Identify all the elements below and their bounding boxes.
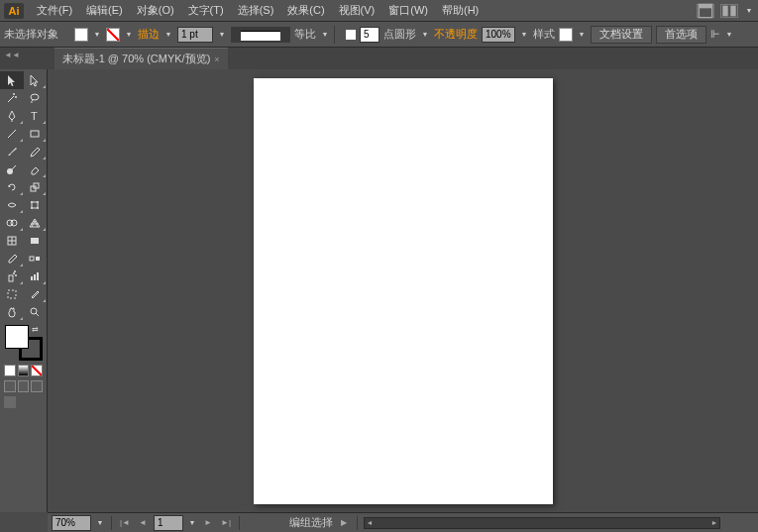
eraser-tool[interactable] (24, 160, 48, 178)
draw-behind-button[interactable] (18, 380, 30, 392)
zoom-input[interactable]: 70% (52, 515, 91, 531)
gradient-mode-button[interactable] (18, 365, 30, 376)
selection-status: 未选择对象 (4, 27, 58, 42)
artboard[interactable] (254, 78, 553, 504)
blob-brush-tool[interactable] (0, 160, 24, 178)
eyedropper-tool[interactable] (0, 250, 24, 267)
svg-rect-28 (31, 276, 33, 280)
toolbox: T (0, 69, 48, 512)
menu-effect[interactable]: 效果(C) (280, 1, 331, 20)
style-label: 样式 (533, 27, 555, 42)
prev-artboard-button[interactable]: ◄ (136, 516, 150, 530)
collapse-arrow-icon[interactable]: ◄◄ (4, 51, 20, 59)
magic-wand-tool[interactable] (0, 89, 24, 107)
canvas-area[interactable] (48, 69, 758, 512)
perspective-grid-tool[interactable] (24, 214, 48, 232)
paintbrush-tool[interactable] (0, 143, 24, 160)
artboard-dropdown-icon[interactable]: ▼ (187, 516, 197, 530)
menu-view[interactable]: 视图(V) (332, 1, 382, 20)
svg-rect-30 (37, 272, 39, 280)
lasso-tool[interactable] (24, 89, 48, 107)
menu-type[interactable]: 文字(T) (181, 1, 231, 20)
zoom-dropdown-icon[interactable]: ▼ (95, 516, 105, 530)
svg-rect-3 (730, 5, 735, 16)
style-swatch[interactable] (559, 28, 573, 42)
svg-point-4 (31, 94, 39, 100)
stroke-weight-input[interactable]: 1 pt (177, 27, 213, 43)
preferences-button[interactable]: 首选项 (656, 26, 706, 44)
menu-edit[interactable]: 编辑(E) (79, 1, 130, 20)
symbol-sprayer-tool[interactable] (0, 267, 24, 285)
last-artboard-button[interactable]: ►| (219, 516, 233, 530)
color-mode-button[interactable] (4, 365, 16, 376)
fill-stroke-indicator[interactable]: ⇄ (5, 325, 43, 361)
shape-builder-tool[interactable] (0, 214, 24, 232)
blend-tool[interactable] (24, 250, 48, 267)
rotate-tool[interactable] (0, 178, 24, 196)
type-tool[interactable]: T (24, 107, 48, 125)
first-artboard-button[interactable]: |◄ (118, 516, 132, 530)
free-transform-tool[interactable] (24, 196, 48, 214)
rectangle-tool[interactable] (24, 125, 48, 143)
tab-close-icon[interactable]: × (214, 54, 219, 64)
app-logo: Ai (4, 3, 24, 19)
draw-inside-button[interactable] (31, 380, 43, 392)
stroke-menu-icon[interactable]: ▼ (163, 28, 173, 42)
workspace-icon[interactable] (697, 4, 714, 18)
horizontal-scrollbar[interactable]: ◄ ► (364, 517, 720, 529)
menu-window[interactable]: 窗口(W) (381, 1, 435, 20)
style-dropdown-icon[interactable]: ▼ (577, 28, 587, 42)
layout-dropdown-icon[interactable]: ▼ (744, 4, 754, 18)
menu-object[interactable]: 对象(O) (130, 1, 181, 20)
stroke-dropdown-icon[interactable]: ▼ (124, 28, 134, 42)
scroll-left-icon[interactable]: ◄ (365, 518, 375, 528)
star-points-input[interactable]: 5 (360, 27, 379, 43)
weight-dropdown-icon[interactable]: ▼ (217, 28, 227, 42)
mesh-tool[interactable] (0, 232, 24, 250)
align-icon[interactable]: ⊩ (710, 28, 720, 41)
stroke-profile[interactable] (231, 27, 290, 43)
pen-tool[interactable] (0, 107, 24, 125)
stroke-label[interactable]: 描边 (138, 27, 160, 42)
scroll-right-icon[interactable]: ► (709, 518, 719, 528)
screen-mode-button[interactable] (4, 396, 16, 408)
svg-line-33 (36, 313, 39, 316)
none-mode-button[interactable] (31, 365, 43, 376)
menu-help[interactable]: 帮助(H) (435, 1, 486, 20)
artboard-number-input[interactable]: 1 (154, 515, 183, 531)
svg-rect-24 (9, 275, 13, 281)
opacity-dropdown-icon[interactable]: ▼ (519, 28, 529, 42)
direct-selection-tool[interactable] (24, 71, 48, 89)
stroke-swatch[interactable] (106, 28, 120, 42)
status-mode: 编组选择 (289, 515, 333, 530)
zoom-tool[interactable] (24, 303, 48, 321)
pencil-tool[interactable] (24, 143, 48, 160)
doc-setup-button[interactable]: 文档设置 (591, 26, 652, 44)
fill-box[interactable] (5, 325, 29, 349)
selection-tool[interactable] (0, 71, 24, 89)
document-tab[interactable]: 未标题-1 @ 70% (CMYK/预览) × (54, 48, 228, 69)
status-menu-icon[interactable]: ▶ (337, 516, 351, 530)
align-dropdown-icon[interactable]: ▼ (724, 28, 734, 42)
width-tool[interactable] (0, 196, 24, 214)
slice-tool[interactable] (24, 285, 48, 303)
opacity-label[interactable]: 不透明度 (434, 27, 478, 42)
opacity-input[interactable]: 100% (482, 27, 515, 43)
artboard-tool[interactable] (0, 285, 24, 303)
svg-rect-11 (32, 202, 38, 208)
fill-dropdown-icon[interactable]: ▼ (92, 28, 102, 42)
profile-dropdown-icon[interactable]: ▼ (320, 28, 330, 42)
layout-icon[interactable] (720, 4, 738, 18)
hand-tool[interactable] (0, 303, 24, 321)
next-artboard-button[interactable]: ► (201, 516, 215, 530)
scale-tool[interactable] (24, 178, 48, 196)
swap-fill-stroke-icon[interactable]: ⇄ (32, 325, 39, 334)
menu-select[interactable]: 选择(S) (231, 1, 281, 20)
column-graph-tool[interactable] (24, 267, 48, 285)
menu-file[interactable]: 文件(F) (30, 1, 79, 20)
fill-swatch[interactable] (74, 28, 88, 42)
line-tool[interactable] (0, 125, 24, 143)
shape-dropdown-icon[interactable]: ▼ (420, 28, 430, 42)
gradient-tool[interactable] (24, 232, 48, 250)
draw-normal-button[interactable] (4, 380, 16, 392)
